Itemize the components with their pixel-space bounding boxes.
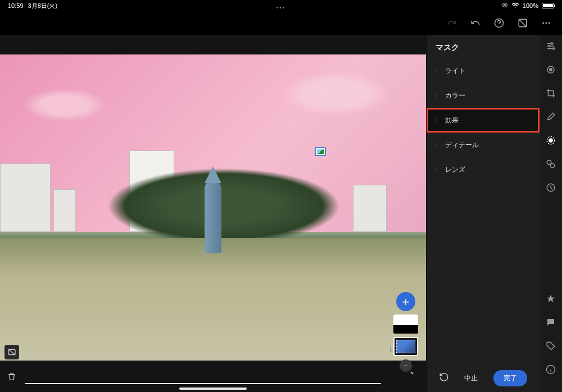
svg-point-8	[549, 45, 550, 47]
chevron-right-icon: 〉	[434, 166, 439, 174]
reset-icon[interactable]	[439, 372, 449, 384]
panel-item-label: 効果	[445, 116, 459, 125]
svg-point-0	[504, 4, 505, 6]
help-icon[interactable]	[493, 17, 505, 29]
panel-title: マスク	[427, 35, 540, 58]
chevron-right-icon: 〉	[434, 117, 439, 124]
panel-item-light[interactable]: 〉ライト	[427, 58, 540, 83]
mask-thumb-2-active[interactable]	[393, 337, 418, 356]
sky-mask-marker[interactable]	[315, 147, 326, 156]
svg-point-15	[550, 163, 555, 168]
done-button[interactable]: 完了	[493, 370, 527, 386]
privacy-icon	[501, 2, 508, 10]
status-time: 10:59	[8, 2, 24, 9]
delete-button[interactable]	[4, 370, 19, 384]
status-date: 3月8日(火)	[28, 2, 58, 10]
subtract-mask-icon[interactable]: −	[400, 359, 412, 372]
panel-item-lens[interactable]: 〉レンズ	[427, 157, 540, 182]
chevron-right-icon: 〉	[434, 92, 439, 99]
versions-icon[interactable]	[545, 182, 556, 193]
panel-item-label: ライト	[445, 66, 465, 76]
edit-panel: マスク 〉ライト 〉カラー 〉効果 〉ディテール 〉レンズ 中止 完了	[426, 35, 540, 392]
svg-point-11	[550, 69, 552, 71]
battery-percent: 100%	[523, 2, 538, 9]
add-mask-button[interactable]: ＋	[396, 292, 415, 311]
panel-item-label: レンズ	[445, 165, 465, 175]
svg-point-9	[553, 48, 555, 49]
svg-point-5	[549, 22, 550, 24]
wifi-icon	[511, 1, 519, 10]
panel-item-color[interactable]: 〉カラー	[427, 83, 540, 108]
mask-icon[interactable]	[545, 135, 556, 146]
chevron-right-icon: 〉	[434, 67, 439, 75]
svg-point-7	[551, 43, 553, 44]
adjust-icon[interactable]	[545, 40, 556, 52]
panel-item-detail[interactable]: 〉ディテール	[427, 133, 540, 157]
svg-point-4	[546, 22, 547, 24]
mask-thumb-1[interactable]	[393, 314, 418, 334]
panel-item-effects[interactable]: 〉効果	[427, 108, 540, 133]
star-icon[interactable]	[545, 293, 556, 304]
presets-icon[interactable]	[545, 158, 556, 170]
tag-icon[interactable]	[545, 340, 556, 352]
info-icon[interactable]	[545, 364, 556, 375]
redo-icon[interactable]	[446, 17, 457, 29]
multitasking-dots[interactable]: •••	[277, 4, 286, 11]
heal-icon[interactable]	[545, 64, 556, 75]
battery-icon	[542, 3, 554, 8]
tool-rail	[540, 35, 562, 392]
more-icon[interactable]	[541, 17, 552, 29]
cancel-button[interactable]: 中止	[464, 373, 478, 383]
crop-icon[interactable]	[545, 88, 556, 99]
svg-point-3	[542, 22, 544, 24]
panel-item-label: ディテール	[445, 140, 479, 150]
svg-point-14	[547, 160, 551, 165]
canvas-area[interactable]: ＋ −	[0, 35, 426, 392]
brush-icon[interactable]	[545, 111, 556, 122]
comment-icon[interactable]	[545, 317, 556, 328]
panel-item-label: カラー	[445, 91, 465, 101]
photo-preview	[0, 54, 426, 361]
preview-toggle-icon[interactable]	[517, 17, 528, 29]
compare-button[interactable]	[4, 345, 19, 359]
undo-icon[interactable]	[470, 17, 481, 29]
home-indicator[interactable]	[179, 388, 247, 390]
svg-point-13	[549, 139, 552, 142]
chevron-right-icon: 〉	[434, 142, 439, 149]
timeline-slider[interactable]	[25, 383, 381, 384]
top-toolbar	[0, 11, 562, 35]
